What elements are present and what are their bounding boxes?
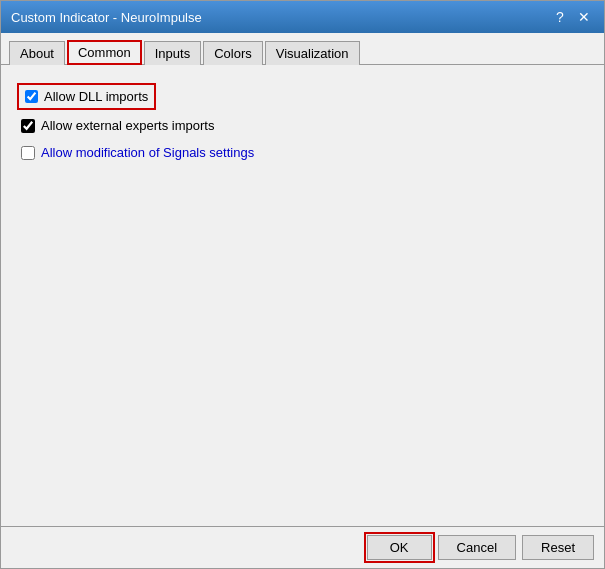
tab-inputs[interactable]: Inputs (144, 41, 201, 65)
allow-dll-text: Allow DLL imports (44, 89, 148, 104)
checkbox-row-experts: Allow external experts imports (21, 116, 584, 135)
help-button[interactable]: ? (550, 7, 570, 27)
cancel-button[interactable]: Cancel (438, 535, 516, 560)
ok-button[interactable]: OK (367, 535, 432, 560)
tab-bar: About Common Inputs Colors Visualization (1, 33, 604, 65)
content-spacer (21, 170, 584, 506)
bottom-bar: OK Cancel Reset (1, 526, 604, 568)
tab-colors[interactable]: Colors (203, 41, 263, 65)
dialog-window: Custom Indicator - NeuroImpulse ? ✕ Abou… (0, 0, 605, 569)
allow-signals-checkbox[interactable] (21, 146, 35, 160)
close-button[interactable]: ✕ (574, 7, 594, 27)
allow-experts-text: Allow external experts imports (41, 118, 214, 133)
title-bar-title: Custom Indicator - NeuroImpulse (11, 10, 202, 25)
checkbox-row-signals: Allow modification of Signals settings (21, 143, 584, 162)
allow-signals-text: Allow modification of Signals settings (41, 145, 254, 160)
tab-visualization[interactable]: Visualization (265, 41, 360, 65)
dialog-content: About Common Inputs Colors Visualization… (1, 33, 604, 568)
title-bar: Custom Indicator - NeuroImpulse ? ✕ (1, 1, 604, 33)
allow-experts-label[interactable]: Allow external experts imports (21, 118, 214, 133)
tab-common[interactable]: Common (67, 40, 142, 65)
tab-about[interactable]: About (9, 41, 65, 65)
allow-signals-label[interactable]: Allow modification of Signals settings (21, 145, 254, 160)
allow-dll-label[interactable]: Allow DLL imports (21, 87, 152, 106)
title-bar-controls: ? ✕ (550, 7, 594, 27)
tab-content-common: Allow DLL imports Allow external experts… (1, 65, 604, 526)
allow-experts-checkbox[interactable] (21, 119, 35, 133)
checkbox-row-dll: Allow DLL imports (21, 85, 584, 108)
allow-dll-checkbox[interactable] (25, 90, 38, 103)
reset-button[interactable]: Reset (522, 535, 594, 560)
